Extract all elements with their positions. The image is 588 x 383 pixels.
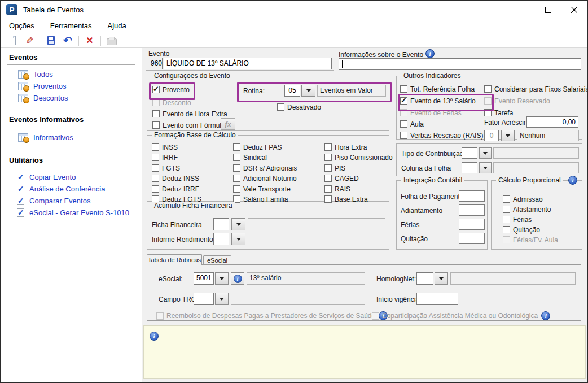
new-button[interactable] <box>6 35 18 46</box>
doc-check-icon <box>17 197 24 205</box>
checkbox-irrf[interactable]: IRRF <box>152 153 178 162</box>
checkbox-box <box>484 97 492 105</box>
app-window: P Tabela de Eventos Opções Ferramentas A… <box>0 0 588 383</box>
info-icon <box>234 275 242 283</box>
informe-rendimentos-dropdown-button[interactable] <box>231 233 245 245</box>
checkbox-afastamento[interactable]: Afastamento <box>503 205 551 214</box>
checkbox-deduz-irrf[interactable]: Deduz IRRF <box>152 185 199 193</box>
tab-esocial[interactable]: eSocial <box>203 255 231 265</box>
checkbox-verbas-rescisao-rais[interactable]: Verbas Rescisão (RAIS) <box>400 131 483 140</box>
checkbox-desconto: Desconto <box>152 98 191 107</box>
checkbox-hora-extra[interactable]: Hora Extra <box>324 143 367 151</box>
ficha-financeira-dropdown-button[interactable] <box>231 218 245 230</box>
ferias-field[interactable] <box>459 219 485 230</box>
toolbar-separator <box>40 36 40 46</box>
checkbox-dsr-adicionais[interactable]: DSR s/ Adicionais <box>233 164 297 172</box>
undo-button[interactable]: ↶ <box>62 35 74 46</box>
menu-ferramentas[interactable]: Ferramentas <box>50 21 92 30</box>
evento-name-field[interactable]: LÍQUIDO DE 13º SALÁRIO <box>164 58 332 69</box>
verbas-rescisao-dropdown-button[interactable] <box>501 130 515 141</box>
homolognet-field[interactable] <box>416 272 433 285</box>
delete-button[interactable]: ✕ <box>84 35 96 46</box>
sidebar-item-analise-conferencia[interactable]: Análise de Conferência <box>17 185 105 193</box>
save-button[interactable] <box>45 35 57 46</box>
info-evento-input[interactable] <box>339 58 581 70</box>
inicio-vigencia-field[interactable] <box>416 293 458 305</box>
folha-pagamento-field[interactable] <box>459 190 485 202</box>
formula-fx-button[interactable]: fx <box>221 118 235 130</box>
tipo-contribuicao-field[interactable] <box>462 147 477 159</box>
checkbox-evento-13-salario[interactable]: Evento de 13º Salário <box>400 97 476 105</box>
tab-tabela-de-rubricas[interactable]: Tabela de Rubricas <box>147 254 202 265</box>
rotina-value-field[interactable]: 05 <box>284 85 300 97</box>
info-icon[interactable] <box>425 49 435 58</box>
campo-trct-desc-field <box>231 293 365 305</box>
verbas-rescisao-value-field[interactable]: 0 <box>484 130 499 141</box>
coluna-folha-field[interactable] <box>462 162 477 173</box>
menu-ajuda[interactable]: Ajuda <box>108 21 126 30</box>
rotina-dropdown-button[interactable] <box>301 85 315 97</box>
esocial-code-field[interactable]: 5001 <box>194 272 214 285</box>
checkbox-deduz-inss[interactable]: Deduz INSS <box>152 174 199 182</box>
checkbox-vale-transporte[interactable]: Vale Transporte <box>233 185 291 193</box>
evento-code-field[interactable]: 960 <box>148 58 163 69</box>
tipo-contribuicao-dropdown-button[interactable] <box>479 147 492 159</box>
campo-trct-dropdown-button[interactable] <box>215 293 229 305</box>
menu-opcoes[interactable]: Opções <box>9 21 34 30</box>
sidebar-item-comparar-eventos[interactable]: Comparar Eventos <box>17 197 90 205</box>
info-icon[interactable] <box>568 176 577 185</box>
sidebar-item-copiar-evento[interactable]: Copiar Evento <box>17 173 76 181</box>
info-icon[interactable] <box>541 311 550 320</box>
adiantamento-field[interactable] <box>459 204 485 216</box>
ficha-financeira-field[interactable] <box>213 218 229 230</box>
info-icon[interactable] <box>150 332 159 341</box>
checkbox-considerar-fixos-salariais[interactable]: Considerar para Fixos Salariais <box>484 85 588 93</box>
checkbox-base-extra[interactable]: Base Extra <box>324 195 368 203</box>
homolognet-dropdown-button[interactable] <box>435 272 448 285</box>
checkbox-box <box>324 175 332 182</box>
fator-acrescimo-field[interactable]: 0,00 <box>526 116 578 128</box>
quitacao-field[interactable] <box>459 233 485 244</box>
fator-acrescimo-label: Fator Acréscimo <box>484 119 533 127</box>
sidebar-divider <box>7 167 135 167</box>
edit-button[interactable]: ✎ <box>23 35 35 46</box>
checkbox-piso-comissionado[interactable]: Piso Comissionado <box>324 153 393 162</box>
checkbox-caged[interactable]: CAGED <box>324 174 359 182</box>
sidebar-item-esocial-s1010[interactable]: eSocial - Gerar Evento S-1010 <box>17 208 129 217</box>
checkbox-box <box>152 121 160 129</box>
sidebar-item-descontos[interactable]: Descontos <box>18 94 68 102</box>
quitacao-label: Quitação <box>401 235 428 243</box>
checkbox-evento-com-formula[interactable]: Evento com Fórmula <box>152 121 225 129</box>
informe-rendimentos-field[interactable] <box>213 233 229 245</box>
checkbox-calc-quitacao[interactable]: Quitação <box>503 225 540 234</box>
events-grid-icon <box>18 70 28 79</box>
checkbox-inss[interactable]: INSS <box>152 143 178 151</box>
checkbox-admissao[interactable]: Admissão <box>503 195 543 203</box>
sidebar-item-todos[interactable]: Todos <box>18 70 53 79</box>
checkbox-box <box>400 132 407 139</box>
checkbox-deduz-fpas[interactable]: Deduz FPAS <box>233 143 282 151</box>
checkbox-tot-referencia-folha[interactable]: Tot. Referência Folha <box>400 85 475 93</box>
checkbox-sindical[interactable]: Sindical <box>233 153 267 162</box>
checkbox-aula[interactable]: Aula <box>400 120 424 128</box>
esocial-dropdown-button[interactable] <box>215 272 229 285</box>
campo-trct-field[interactable] <box>194 293 214 305</box>
maximize-button[interactable] <box>535 1 561 18</box>
checkbox-fgts[interactable]: FGTS <box>152 164 180 172</box>
checkbox-salario-familia[interactable]: Salário Familia <box>233 195 288 203</box>
checkbox-desativado[interactable]: Desativado <box>277 103 321 111</box>
checkbox-evento-hora-extra[interactable]: Evento de Hora Extra <box>152 110 227 118</box>
coluna-folha-dropdown-button[interactable] <box>479 162 492 173</box>
checkbox-calc-ferias[interactable]: Férias <box>503 215 532 224</box>
sidebar-item-informativos[interactable]: Informativos <box>18 133 73 142</box>
checkbox-pis[interactable]: PIS <box>324 164 345 172</box>
sidebar-item-proventos[interactable]: Proventos <box>18 82 67 90</box>
esocial-info-button[interactable] <box>231 272 244 285</box>
toolbar-separator <box>78 36 79 46</box>
checkbox-adicional-noturno[interactable]: Adicional Noturno <box>233 174 297 182</box>
checkbox-rais[interactable]: RAIS <box>324 185 350 193</box>
minimize-button[interactable] <box>509 1 535 18</box>
checkbox-tarefa[interactable]: Tarefa <box>484 108 513 117</box>
checkbox-provento[interactable]: Provento <box>152 85 190 94</box>
close-button[interactable] <box>561 1 587 18</box>
